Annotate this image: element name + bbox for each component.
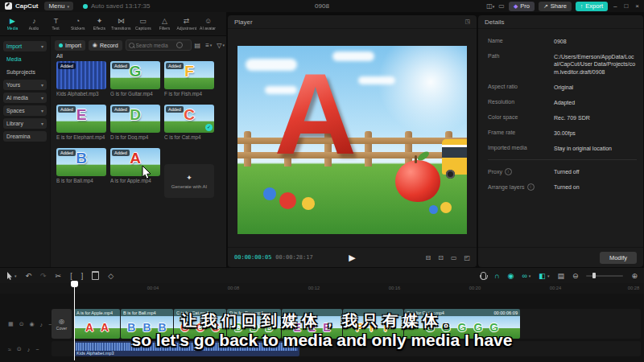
feature-tab[interactable]: ⇄ Adjustment [175, 17, 197, 31]
fullscreen-icon[interactable]: ◰ [464, 254, 470, 261]
magnetic-snap-icon[interactable]: ∩ [494, 272, 499, 280]
keyboard-shortcut-icon[interactable]: ▤ [557, 272, 564, 280]
media-thumbnail[interactable]: C Added [164, 105, 214, 133]
media-thumbnail[interactable]: E Added [56, 105, 106, 133]
select-tool-icon[interactable]: ▾ [6, 272, 17, 280]
import-button[interactable]: Import [55, 40, 85, 51]
zoom-in-icon[interactable]: ⊕ [631, 272, 638, 280]
details-value: C:/Users/Emerson/AppData/Local/CapCut/Us… [554, 53, 637, 76]
play-button[interactable]: ▶ [349, 253, 355, 263]
media-item[interactable]: C Added C is for Cat.mp4 [164, 105, 214, 140]
generate-with-ai-tile[interactable]: ✦ Generate with AI [164, 164, 214, 198]
modify-button[interactable]: Modify [600, 252, 637, 264]
auto-snap-icon[interactable]: ◉ [508, 272, 514, 280]
grid-view-icon[interactable]: ▤ [195, 42, 201, 49]
details-label: Aspect ratio [488, 84, 554, 89]
fit-zoom-icon[interactable]: ⊡ [438, 254, 444, 261]
app-name: CapCut [15, 2, 38, 10]
tab-icon: ☺ [204, 17, 212, 25]
sidebar-item[interactable]: Dreamina ▾ [3, 131, 47, 142]
layout-toggle-icon[interactable]: ◫▾ [486, 2, 494, 10]
chevron-down-icon: ▾ [41, 95, 43, 101]
search-input[interactable] [136, 43, 175, 48]
feature-tab[interactable]: ⋈ Transitions [110, 17, 132, 31]
menu-button[interactable]: Menu ▾ [44, 2, 73, 10]
linking-icon[interactable]: ∞▾ [522, 272, 530, 280]
search-box[interactable] [126, 39, 192, 51]
media-thumbnail[interactable]: B Added [56, 148, 106, 176]
split-icon[interactable]: ✂ [56, 272, 62, 280]
playhead-handle[interactable] [71, 281, 78, 287]
tab-icon: ♪ [32, 17, 36, 25]
sidebar-item[interactable]: AI media ▾ [3, 93, 47, 103]
feature-tab[interactable]: ✦ Effects [89, 17, 110, 31]
media-item[interactable]: B Added B is for Ball.mp4 [56, 148, 106, 183]
media-thumbnail[interactable]: F Added [164, 61, 214, 89]
media-thumbnail[interactable]: D Added [110, 105, 160, 133]
media-item[interactable]: G Added G is for Guitar.mp4 [110, 61, 160, 97]
filter-icon[interactable]: ▽▾ [217, 42, 225, 49]
record-button[interactable]: ◉ Record [89, 40, 122, 51]
search-history-icon[interactable] [176, 42, 183, 48]
added-badge: Added [166, 106, 184, 113]
timeline-zoom-slider[interactable] [586, 275, 623, 277]
preview-mode-icon[interactable]: ◧▾ [539, 272, 549, 280]
feature-tab[interactable]: ♪ Audio [23, 17, 45, 31]
feature-tab[interactable]: ▭ Captions [132, 17, 154, 31]
pro-button[interactable]: ◆ Pro [509, 2, 535, 11]
zoom-out-icon[interactable]: ⊖ [572, 272, 579, 280]
maximize-button[interactable]: □ [622, 2, 630, 10]
media-filename: G is for Guitar.mp4 [110, 91, 160, 97]
media-item[interactable]: D Added D is for Dog.mp4 [110, 105, 160, 140]
feature-tab[interactable]: ▶ Media [2, 17, 23, 31]
delete-icon[interactable] [92, 271, 99, 280]
sun-glare [370, 46, 467, 142]
sort-icon[interactable]: ≡▾ [205, 42, 212, 49]
info-icon[interactable] [505, 168, 512, 175]
sidebar-item[interactable]: Import ▾ [3, 41, 47, 51]
mirror-preview-icon[interactable]: ⊟ [425, 254, 431, 261]
video-preview[interactable]: A [237, 46, 467, 234]
feature-tab[interactable]: △ Filters [154, 17, 175, 31]
sidebar-item[interactable]: Spaces ▾ [3, 105, 47, 116]
feature-tab[interactable]: ☺ AI avatar [197, 17, 219, 31]
ruler-tick-label: 00:04 [147, 286, 159, 290]
undo-icon[interactable]: ↶ [26, 272, 32, 280]
gem-icon: ◆ [514, 3, 518, 10]
media-filename: C is for Cat.mp4 [164, 134, 214, 140]
feature-tab[interactable]: ◔ Stickers [67, 17, 89, 31]
voiceover-mic-icon[interactable] [481, 272, 486, 280]
redo-icon[interactable]: ↷ [40, 272, 47, 280]
export-icon: ↑ [580, 3, 584, 9]
ratio-icon[interactable]: ▭ [451, 254, 457, 261]
expand-panel-icon[interactable]: ◳ [464, 19, 470, 25]
media-item[interactable]: Added Kids Alphabet.mp3 [56, 61, 106, 97]
sidebar-item[interactable]: Subprojects ▾ [3, 67, 47, 77]
details-value: Turned off [554, 168, 637, 175]
media-thumbnail[interactable]: Added [56, 61, 106, 89]
media-toolbar: Import ◉ Record ▤ ≡▾ ▽▾ [55, 39, 225, 51]
media-item[interactable]: E Added E is for Elephant.mp4 [56, 105, 106, 140]
media-item[interactable]: F Added F is for Fish.mp4 [164, 61, 214, 97]
timeline-ruler[interactable]: 00:0400:0800:1200:1600:2000:2400:28 [0, 283, 644, 294]
details-row: Aspect ratio Original [488, 84, 637, 91]
sidebar-item[interactable]: Media ▾ [3, 54, 47, 64]
media-thumbnail[interactable]: G Added [110, 61, 160, 89]
export-button[interactable]: ↑ Export [576, 2, 608, 11]
keyframe-icon[interactable]: ◇ [108, 272, 114, 280]
minimize-button[interactable]: – [612, 2, 618, 10]
sidebar-item[interactable]: Library ▾ [3, 118, 47, 129]
delete-left-icon[interactable]: [ [70, 272, 72, 280]
feature-tab[interactable]: T Text [45, 17, 67, 31]
delete-right-icon[interactable]: ] [81, 272, 84, 280]
ruler-tick-label: 00:12 [308, 286, 320, 290]
close-button[interactable]: × [634, 2, 641, 10]
cloud-saved-icon [83, 4, 88, 9]
sidebar-item[interactable]: Yours ▾ [3, 80, 47, 90]
info-icon[interactable] [527, 183, 535, 191]
tab-icon: ✦ [97, 17, 103, 25]
sidebar-item-label: Subprojects [6, 69, 35, 75]
share-button[interactable]: ↗ Share [539, 2, 572, 11]
panel-layout-icon[interactable]: ▭ [498, 2, 505, 10]
zoom-slider-knob[interactable] [592, 273, 596, 278]
